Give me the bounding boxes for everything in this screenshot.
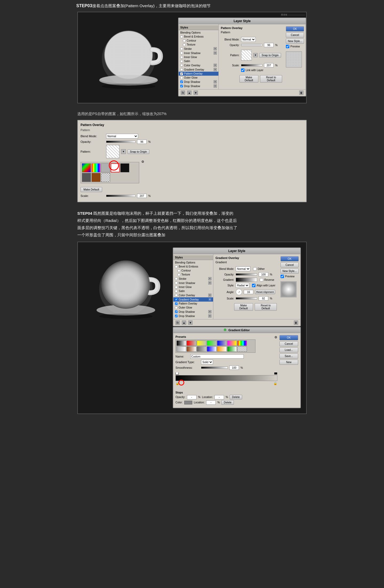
ge-preset-3[interactable] — [197, 340, 206, 346]
make-default-btn[interactable]: Make Default — [239, 75, 258, 83]
dither-label[interactable]: Dither — [253, 267, 265, 271]
new-style-btn-2[interactable]: New Style... — [281, 269, 299, 274]
pp-pattern-preview[interactable] — [106, 145, 119, 158]
swatch-2[interactable] — [91, 163, 101, 172]
inner-shadow-item-2[interactable]: Inner Shadow+ — [173, 281, 213, 285]
blending-options-item[interactable]: Blending Options — [179, 31, 218, 35]
stroke-check[interactable] — [180, 47, 183, 50]
ok-btn-1[interactable]: OK — [286, 26, 304, 31]
satin-item-2[interactable]: Satin — [173, 289, 213, 293]
gradient-overlay-add-btn[interactable]: + — [214, 68, 217, 71]
footer-icon-3[interactable]: ▼ — [194, 91, 198, 95]
outer-glow-item-2[interactable]: Outer Glow — [173, 306, 213, 310]
d2-make-default-btn[interactable]: Make Default — [234, 303, 253, 311]
ge-preset-13[interactable] — [227, 346, 237, 352]
delete-icon-2[interactable]: 🗑 — [294, 321, 298, 325]
snap-to-origin-btn[interactable]: Snap to Origin — [259, 53, 281, 58]
pp-scale-input[interactable] — [137, 194, 147, 198]
bevel-emboss-check-2[interactable] — [175, 265, 178, 268]
satin-check[interactable] — [180, 60, 183, 63]
cancel-btn-1[interactable]: Cancel — [286, 33, 304, 38]
pp-opacity-slider[interactable] — [106, 141, 135, 143]
inner-shadow-add-2[interactable]: + — [208, 281, 211, 285]
ge-preset-5[interactable] — [217, 340, 227, 346]
ge-delete-btn-2[interactable]: Delete — [221, 400, 234, 405]
pp-snap-btn[interactable]: Snap to Origin — [127, 149, 149, 154]
ge-cancel-btn[interactable]: Cancel — [279, 341, 298, 346]
pp-pattern-menu[interactable]: ▼ — [121, 149, 126, 154]
pattern-overlay-item-2[interactable]: Pattern Overlay — [173, 302, 213, 306]
bevel-emboss-item[interactable]: Bevel & Emboss — [179, 35, 218, 39]
drop-shadow-add-2a[interactable]: + — [208, 310, 211, 313]
pattern-overlay-item-active[interactable]: Pattern Overlay — [179, 72, 218, 76]
cancel-btn-2[interactable]: Cancel — [281, 262, 299, 267]
swatch-4-selected[interactable] — [111, 163, 120, 172]
d2-angle-dial[interactable]: ↗ — [236, 289, 242, 295]
d2-angle-input[interactable] — [244, 290, 253, 294]
ge-save-btn[interactable]: Save... — [279, 354, 298, 359]
preview-check-2[interactable] — [281, 275, 284, 278]
outer-glow-check-2[interactable] — [175, 306, 178, 309]
drop-shadow-item-2a[interactable]: Drop Shadow+ — [173, 310, 213, 314]
link-with-layer-check[interactable] — [241, 68, 245, 72]
scale-slider[interactable] — [241, 64, 262, 66]
drop-shadow-1-add-btn[interactable]: + — [214, 80, 217, 83]
d2-scale-slider[interactable] — [236, 297, 257, 299]
swatch-8[interactable] — [101, 173, 110, 182]
ge-opacity-stop-input[interactable] — [187, 395, 197, 399]
ge-preset-4[interactable] — [207, 340, 217, 346]
color-overlay-item-2[interactable]: Color Overlay+ — [173, 293, 213, 297]
ge-preset-8[interactable] — [177, 346, 186, 352]
ge-type-select[interactable]: Solid — [201, 360, 213, 364]
bevel-emboss-item-2[interactable]: Bevel & Emboss — [173, 265, 213, 269]
opacity-input[interactable] — [264, 43, 274, 47]
inner-glow-check[interactable] — [180, 56, 183, 59]
d2-opacity-slider[interactable] — [236, 273, 257, 275]
texture-check[interactable] — [183, 43, 186, 46]
drop-shadow-2-check[interactable] — [180, 85, 183, 87]
color-overlay-check[interactable] — [180, 64, 183, 67]
ge-smoothness-slider[interactable] — [201, 367, 228, 369]
blend-mode-select[interactable]: Normal — [241, 37, 256, 42]
blending-options-item-2[interactable]: Blending Options — [173, 261, 213, 265]
pattern-overlay-check-2[interactable] — [175, 302, 178, 305]
ge-preset-9[interactable] — [187, 346, 196, 352]
link-with-layer-label[interactable]: Link with Layer — [241, 68, 263, 72]
stroke-item[interactable]: Stroke + — [179, 47, 218, 51]
ge-settings-icon[interactable]: ⚙ — [274, 335, 277, 339]
ge-opacity-stop-right[interactable] — [274, 371, 277, 375]
bevel-emboss-check[interactable] — [180, 35, 183, 38]
gradient-overlay-item[interactable]: Gradient Overlay + — [179, 67, 218, 72]
ge-location-input-1[interactable] — [214, 395, 224, 399]
pp-scale-slider[interactable] — [106, 195, 135, 197]
ge-main-gradient-bar[interactable] — [175, 375, 277, 381]
color-overlay-add-2[interactable]: + — [208, 294, 211, 297]
outer-glow-item[interactable]: Outer Glow — [179, 76, 218, 80]
reverse-label[interactable]: Reverse — [260, 278, 274, 282]
ge-preset-11[interactable] — [207, 346, 217, 352]
opacity-slider[interactable] — [241, 44, 262, 46]
preview-check[interactable] — [286, 45, 289, 48]
swatch-1[interactable] — [82, 163, 91, 172]
ge-preset-6[interactable] — [227, 340, 237, 346]
inner-shadow-item[interactable]: Inner Shadow + — [179, 51, 218, 55]
inner-glow-item-2[interactable]: Inner Glow — [173, 285, 213, 289]
gradient-overlay-item-2-active[interactable]: Gradient Overlay+ — [173, 297, 213, 302]
outer-glow-check[interactable] — [180, 76, 183, 79]
dither-check[interactable] — [253, 267, 257, 271]
inner-glow-item[interactable]: Inner Glow — [179, 55, 218, 59]
ge-new-btn[interactable]: New — [279, 360, 298, 365]
texture-item-2[interactable]: Texture — [173, 273, 213, 277]
drop-shadow-item-2[interactable]: Drop Shadow + — [179, 84, 218, 88]
pattern-preview[interactable] — [241, 50, 252, 60]
color-overlay-add-btn[interactable]: + — [214, 64, 217, 67]
ge-smoothness-input[interactable] — [229, 366, 239, 370]
drop-shadow-item-1[interactable]: Drop Shadow + — [179, 80, 218, 84]
ge-location-input-2[interactable] — [206, 400, 216, 405]
ge-preset-7[interactable] — [237, 340, 247, 346]
drop-shadow-add-2b[interactable]: + — [208, 314, 211, 318]
pp-opacity-input[interactable] — [137, 140, 147, 144]
inner-shadow-add-btn[interactable]: + — [214, 51, 217, 55]
drop-shadow-1-check[interactable] — [180, 80, 183, 83]
swatch-3[interactable] — [101, 163, 110, 172]
